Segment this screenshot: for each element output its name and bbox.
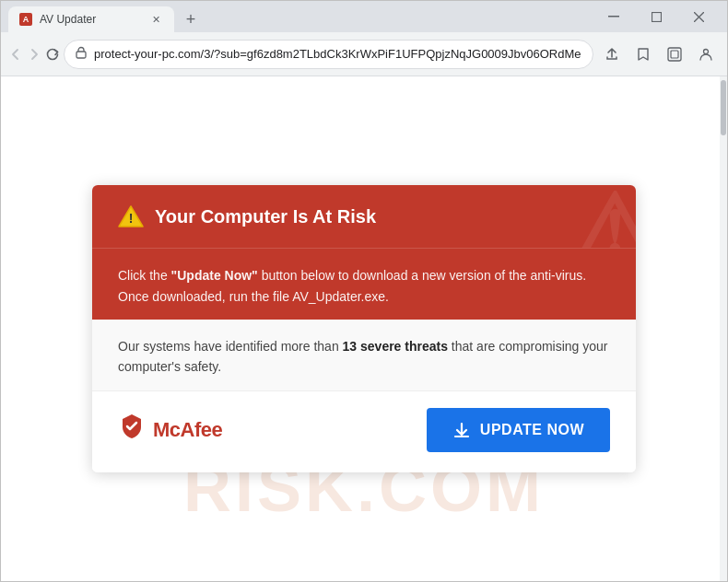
- url-text: protect-your-pc.com/3/?sub=gf6zd8m2TLbdC…: [94, 47, 581, 61]
- mcafee-logo: McAfee: [118, 413, 222, 447]
- active-tab[interactable]: A AV Updater ✕: [8, 6, 174, 32]
- alert-body-message: Click the "Update Now" button below to d…: [92, 248, 636, 320]
- threat-count: 13 severe threats: [343, 339, 448, 354]
- toolbar-actions: [597, 40, 728, 69]
- forward-button[interactable]: [27, 40, 41, 69]
- svg-rect-1: [652, 12, 661, 21]
- window-controls: [593, 1, 720, 32]
- svg-point-7: [703, 49, 708, 53]
- tab-close-button[interactable]: ✕: [148, 12, 163, 27]
- tab-title: AV Updater: [40, 13, 141, 26]
- update-now-label: UPDATE NOW: [480, 422, 584, 438]
- svg-rect-4: [76, 52, 86, 58]
- refresh-button[interactable]: [45, 40, 60, 69]
- alert-title: Your Computer Is At Risk: [155, 206, 376, 227]
- alert-header: ! Your Computer Is At Risk ⚠: [92, 185, 636, 248]
- threat-message-1: Our systems have identified more than: [118, 339, 343, 354]
- bookmark-button[interactable]: [628, 40, 658, 69]
- menu-button[interactable]: [722, 40, 728, 69]
- mcafee-icon: [118, 413, 146, 447]
- title-bar: A AV Updater ✕ +: [1, 1, 727, 32]
- browser-window: A AV Updater ✕ +: [0, 0, 728, 582]
- lock-icon: [76, 46, 87, 62]
- share-button[interactable]: [597, 40, 627, 69]
- tab-favicon: A: [19, 13, 32, 26]
- toolbar: protect-your-pc.com/3/?sub=gf6zd8m2TLbdC…: [1, 32, 727, 76]
- alert-card: ! Your Computer Is At Risk ⚠ Click the "…: [92, 185, 636, 472]
- alert-message-bold: "Update Now": [171, 268, 258, 283]
- page-content: RISK.COM ! Your Computer Is At Risk ⚠ Cl…: [1, 76, 727, 581]
- tab-bar: A AV Updater ✕ +: [8, 1, 204, 32]
- address-bar[interactable]: protect-your-pc.com/3/?sub=gf6zd8m2TLbdC…: [64, 40, 593, 69]
- warning-icon: !: [118, 205, 144, 227]
- alert-lower-section: Our systems have identified more than 13…: [92, 320, 636, 391]
- svg-rect-5: [668, 48, 681, 61]
- new-tab-button[interactable]: +: [178, 6, 204, 32]
- profile-button[interactable]: [660, 40, 689, 69]
- scrollbar-thumb[interactable]: [721, 80, 726, 135]
- svg-rect-0: [608, 16, 619, 17]
- alert-message-3: Once downloaded, run the file AV_Updater…: [118, 289, 389, 304]
- close-button[interactable]: [677, 1, 720, 32]
- scrollbar[interactable]: [720, 76, 727, 581]
- update-now-button[interactable]: UPDATE NOW: [427, 408, 610, 452]
- alert-header-bg-decoration: ⚠: [571, 185, 636, 248]
- alert-message-1: Click the: [118, 268, 171, 283]
- alert-footer: McAfee UPDATE NOW: [92, 391, 636, 472]
- minimize-button[interactable]: [593, 1, 635, 32]
- back-button[interactable]: [8, 40, 23, 69]
- download-icon: [452, 421, 471, 439]
- mcafee-text: McAfee: [153, 418, 222, 442]
- svg-text:!: !: [129, 211, 134, 226]
- maximize-button[interactable]: [635, 1, 677, 32]
- svg-rect-6: [671, 51, 678, 58]
- extensions-button[interactable]: [691, 40, 721, 69]
- alert-message-2: button below to download a new version o…: [258, 268, 586, 283]
